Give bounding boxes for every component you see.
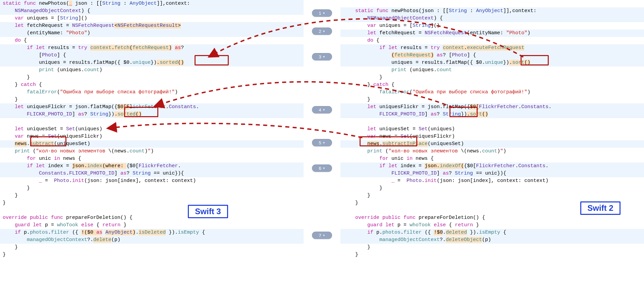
diff-marker[interactable]: 2▼ <box>312 28 332 35</box>
code-line <box>0 207 304 214</box>
diff-marker[interactable]: 3▼ <box>312 53 332 60</box>
code-line: } <box>0 192 304 199</box>
code-line: override public func prepareForDeletion(… <box>340 214 644 222</box>
code-line <box>0 118 304 126</box>
code-line: managedObjectContext?.delete(p) <box>0 236 304 244</box>
code-line: } <box>340 192 644 199</box>
code-line: if let index = json.indexOf({$0[FlickrFe… <box>340 162 644 170</box>
code-line: } <box>340 74 644 81</box>
code-line: print (uniques.count) <box>0 66 304 74</box>
marker-number: 5 <box>319 140 321 145</box>
marker-number: 3 <box>319 54 321 59</box>
code-line: do { <box>0 37 304 44</box>
code-line: let fetchRequest = NSFetchRequest(entity… <box>340 30 644 37</box>
code-line <box>340 207 644 214</box>
code-line: let uniquesFlickr = json.flatMap({$0[Fli… <box>340 103 644 111</box>
code-line: var news = Set(uniquesFlickr) <box>0 133 304 140</box>
code-line: fatalError("Ошибка при выборе списка фот… <box>340 89 644 96</box>
code-line: } catch { <box>340 81 644 89</box>
code-line: NSManagedObjectContext) { <box>340 15 644 22</box>
chevron-down-icon: ▼ <box>323 108 325 111</box>
diff-marker[interactable]: 5▼ <box>312 139 332 146</box>
chevron-down-icon: ▼ <box>323 167 325 170</box>
diff-marker[interactable]: 1▼ <box>312 9 332 17</box>
code-line: var uniques = [String]() <box>340 22 644 30</box>
code-line: guard let p = whoTook else { return } <box>0 222 304 229</box>
code-line: (fetchRequest) as? [Photo] { <box>340 52 644 59</box>
code-line: } <box>340 96 644 103</box>
code-line: FLICKR_PHOTO_ID] as? String}).sort() <box>340 111 644 118</box>
code-line: [Photo] { <box>0 52 304 59</box>
right-pane: static func newPhotos(json : [[String : … <box>340 0 644 284</box>
diff-marker[interactable]: 6▼ <box>312 164 332 172</box>
marker-number: 7 <box>319 233 321 238</box>
chevron-down-icon: ▼ <box>323 141 325 144</box>
code-line: print ("кол-во новых элементов \(news.co… <box>340 148 644 155</box>
code-line: NSManagedObjectContext) { <box>0 7 304 15</box>
code-line: uniques = results.flatMap({ $0.unique}).… <box>340 59 644 66</box>
code-line: (entityName: "Photo") <box>0 30 304 37</box>
code-line <box>340 118 644 126</box>
code-line: FLICKR_PHOTO_ID] as? String}).sorted() <box>0 111 304 118</box>
code-line: news.subtract(uniquesSet) <box>0 140 304 148</box>
code-line: } <box>340 185 644 192</box>
marker-number: 2 <box>319 29 321 34</box>
left-pane: static func newPhotos(_ json : [[String … <box>0 0 304 284</box>
code-line: } <box>0 74 304 81</box>
code-line: } <box>0 185 304 192</box>
code-line: static func newPhotos(_ json : [[String … <box>0 0 304 7</box>
code-line: if let index = json.index(where: {$0[Fli… <box>0 162 304 170</box>
code-line: FLICKR_PHOTO_ID] as? String == unic}){ <box>340 170 644 177</box>
code-line: print (uniques.count <box>340 66 644 74</box>
diff-marker[interactable]: 7▼ <box>312 232 332 239</box>
code-line: let uniquesFlickr = json.flatMap({$0[Fli… <box>0 103 304 111</box>
code-line: if let results = try context.fetch(fetch… <box>0 44 304 52</box>
code-line: for unic in news { <box>0 155 304 162</box>
code-line: } <box>340 199 644 207</box>
code-line: } <box>340 244 644 251</box>
code-line: if let results = try context.executeFetc… <box>340 44 644 52</box>
diff-marker[interactable]: 4▼ <box>312 106 332 113</box>
code-line: _ = Photo.init(json: json[index], contex… <box>340 177 644 185</box>
code-line: print ("кол-во новых элементов \(news.co… <box>0 148 304 155</box>
code-line: guard let p = whoTook else { return } <box>340 222 644 229</box>
code-line: } <box>0 251 304 258</box>
code-line: if p.photos.filter ({ !($0 as AnyObject)… <box>0 229 304 236</box>
code-line: } <box>0 199 304 207</box>
code-line: for unic in news { <box>340 155 644 162</box>
code-line: do { <box>340 37 644 44</box>
code-line: } <box>0 244 304 251</box>
code-line: } catch { <box>0 81 304 89</box>
chevron-down-icon: ▼ <box>323 55 325 58</box>
marker-number: 1 <box>319 11 321 16</box>
diff-gutter: 1▼ 2▼ 3▼ 4▼ 5▼ 6▼ 7▼ <box>304 0 340 284</box>
code-line: var news = Set(uniquesFlickr) <box>340 133 644 140</box>
chevron-down-icon: ▼ <box>323 30 325 33</box>
chevron-down-icon: ▼ <box>323 234 325 237</box>
chevron-down-icon: ▼ <box>323 12 325 15</box>
code-line: managedObjectContext?.deleteObject(p) <box>340 236 644 244</box>
code-line: } <box>0 96 304 103</box>
code-line: static func newPhotos(json : [[String : … <box>340 7 644 15</box>
code-line <box>340 0 644 7</box>
code-line: let fetchRequest = NSFetchRequest<NSFetc… <box>0 22 304 30</box>
code-line: } <box>340 251 644 258</box>
code-line: fatalError("Ошибка при выборе списка фот… <box>0 89 304 96</box>
marker-number: 4 <box>319 107 321 112</box>
code-line: if p.photos.filter ({ !$0.deleted }).isE… <box>340 229 644 236</box>
code-line: uniques = results.flatMap({ $0.unique}).… <box>0 59 304 66</box>
code-line: override public func prepareForDeletion(… <box>0 214 304 222</box>
code-line: news.subtractInPlace(uniquesSet) <box>340 140 644 148</box>
marker-number: 6 <box>319 166 321 171</box>
code-line: let uniquesSet = Set(uniques) <box>340 126 644 133</box>
code-line: var uniques = [String]() <box>0 15 304 22</box>
code-line: _ = Photo.init(json: json[index], contex… <box>0 177 304 185</box>
code-line: Constants.FLICKR_PHOTO_ID] as? String ==… <box>0 170 304 177</box>
code-line: let uniquesSet = Set(uniques) <box>0 126 304 133</box>
